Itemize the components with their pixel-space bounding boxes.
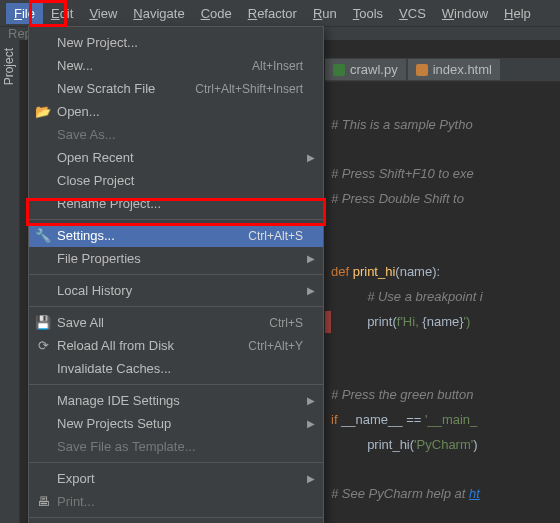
- tab-label: index.html: [433, 62, 492, 77]
- menu-item-new-scratch-file[interactable]: New Scratch FileCtrl+Alt+Shift+Insert: [29, 77, 323, 100]
- menu-item-label: Export: [57, 471, 303, 486]
- menu-navigate[interactable]: Navigate: [125, 3, 192, 24]
- menu-help[interactable]: Help: [496, 3, 539, 24]
- settings-icon: 🔧: [35, 228, 51, 244]
- editor-tabs: crawl.pyindex.html: [325, 58, 560, 82]
- menu-item-invalidate-caches[interactable]: Invalidate Caches...: [29, 357, 323, 380]
- submenu-arrow-icon: ▶: [307, 473, 315, 484]
- submenu-arrow-icon: ▶: [307, 395, 315, 406]
- menu-item-label: File Properties: [57, 251, 303, 266]
- menu-item-save-all[interactable]: 💾Save AllCtrl+S: [29, 311, 323, 334]
- menu-item-print: 🖶Print...: [29, 490, 323, 513]
- tab-label: crawl.py: [350, 62, 398, 77]
- menu-item-new-project[interactable]: New Project...: [29, 31, 323, 54]
- menu-item-label: Save All: [57, 315, 269, 330]
- menu-item-label: Save As...: [57, 127, 303, 142]
- menu-item-label: Save File as Template...: [57, 439, 303, 454]
- menu-item-label: Invalidate Caches...: [57, 361, 303, 376]
- shortcut-label: Ctrl+Alt+S: [248, 229, 303, 243]
- menu-separator: [29, 384, 323, 385]
- shortcut-label: Ctrl+S: [269, 316, 303, 330]
- editor-tab[interactable]: index.html: [408, 59, 500, 80]
- menu-separator: [29, 219, 323, 220]
- submenu-arrow-icon: ▶: [307, 285, 315, 296]
- submenu-arrow-icon: ▶: [307, 253, 315, 264]
- menu-item-reload-all-from-disk[interactable]: ⟳Reload All from DiskCtrl+Alt+Y: [29, 334, 323, 357]
- file-menu-dropdown: New Project...New...Alt+InsertNew Scratc…: [28, 26, 324, 523]
- menu-item-save-as: Save As...: [29, 123, 323, 146]
- menu-item-save-file-as-template: Save File as Template...: [29, 435, 323, 458]
- py-file-icon: [333, 64, 345, 76]
- menu-item-file-properties[interactable]: File Properties▶: [29, 247, 323, 270]
- menu-separator: [29, 274, 323, 275]
- menu-code[interactable]: Code: [193, 3, 240, 24]
- menu-item-label: Reload All from Disk: [57, 338, 248, 353]
- menu-item-label: New Scratch File: [57, 81, 195, 96]
- menu-separator: [29, 462, 323, 463]
- menu-item-open-recent[interactable]: Open Recent▶: [29, 146, 323, 169]
- menu-item-label: New Project...: [57, 35, 303, 50]
- menu-item-new-projects-setup[interactable]: New Projects Setup▶: [29, 412, 323, 435]
- menu-item-label: Open Recent: [57, 150, 303, 165]
- open-icon: 📂: [35, 104, 51, 120]
- menu-window[interactable]: Window: [434, 3, 496, 24]
- menu-view[interactable]: View: [81, 3, 125, 24]
- menu-item-label: Rename Project...: [57, 196, 303, 211]
- menu-edit[interactable]: Edit: [43, 3, 81, 24]
- print-icon: 🖶: [35, 494, 51, 510]
- menu-item-label: New...: [57, 58, 252, 73]
- tool-window-bar: Project: [0, 40, 20, 523]
- menu-item-label: Settings...: [57, 228, 248, 243]
- project-tool-tab[interactable]: Project: [0, 40, 18, 93]
- menu-separator: [29, 306, 323, 307]
- reload-icon: ⟳: [35, 338, 51, 354]
- menu-item-label: Close Project: [57, 173, 303, 188]
- menu-item-label: Local History: [57, 283, 303, 298]
- shortcut-label: Alt+Insert: [252, 59, 303, 73]
- menu-item-new[interactable]: New...Alt+Insert: [29, 54, 323, 77]
- shortcut-label: Ctrl+Alt+Shift+Insert: [195, 82, 303, 96]
- save-icon: 💾: [35, 315, 51, 331]
- code-editor[interactable]: # This is a sample Pytho # Press Shift+F…: [325, 82, 560, 523]
- menu-item-local-history[interactable]: Local History▶: [29, 279, 323, 302]
- menu-tools[interactable]: Tools: [345, 3, 391, 24]
- menu-item-label: Print...: [57, 494, 303, 509]
- menu-item-open[interactable]: 📂Open...: [29, 100, 323, 123]
- menu-item-label: Manage IDE Settings: [57, 393, 303, 408]
- menu-file[interactable]: File: [6, 3, 43, 24]
- shortcut-label: Ctrl+Alt+Y: [248, 339, 303, 353]
- menu-item-label: New Projects Setup: [57, 416, 303, 431]
- menu-bar: FileEditViewNavigateCodeRefactorRunTools…: [0, 0, 560, 26]
- submenu-arrow-icon: ▶: [307, 418, 315, 429]
- menu-item-close-project[interactable]: Close Project: [29, 169, 323, 192]
- menu-separator: [29, 517, 323, 518]
- menu-item-settings[interactable]: 🔧Settings...Ctrl+Alt+S: [29, 224, 323, 247]
- menu-item-label: Open...: [57, 104, 303, 119]
- submenu-arrow-icon: ▶: [307, 152, 315, 163]
- html-file-icon: [416, 64, 428, 76]
- menu-item-export[interactable]: Export▶: [29, 467, 323, 490]
- menu-item-manage-ide-settings[interactable]: Manage IDE Settings▶: [29, 389, 323, 412]
- menu-vcs[interactable]: VCS: [391, 3, 434, 24]
- menu-item-rename-project[interactable]: Rename Project...: [29, 192, 323, 215]
- menu-run[interactable]: Run: [305, 3, 345, 24]
- menu-refactor[interactable]: Refactor: [240, 3, 305, 24]
- editor-tab[interactable]: crawl.py: [325, 59, 406, 80]
